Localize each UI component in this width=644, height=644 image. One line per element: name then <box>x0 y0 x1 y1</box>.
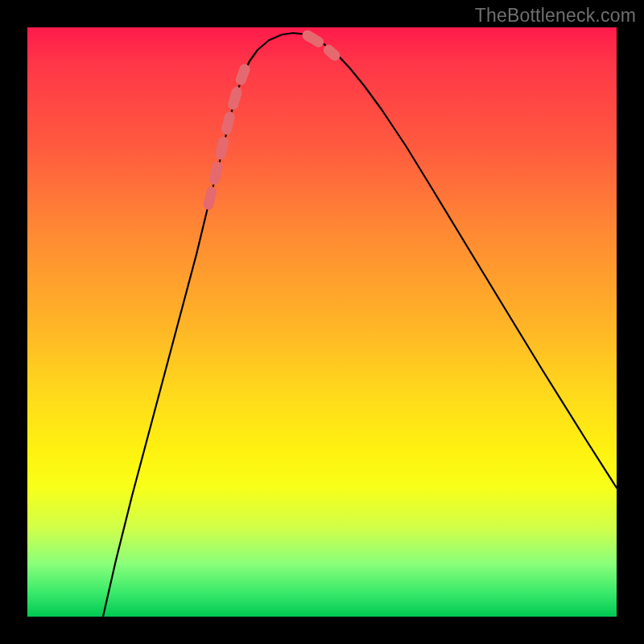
chart-frame: TheBottleneck.com <box>0 0 644 644</box>
watermark-text: TheBottleneck.com <box>475 5 636 27</box>
highlight-left <box>208 69 245 204</box>
curve-svg <box>27 27 617 617</box>
highlight-right <box>308 35 335 56</box>
bottleneck-curve <box>103 33 617 617</box>
plot-area <box>27 27 617 617</box>
